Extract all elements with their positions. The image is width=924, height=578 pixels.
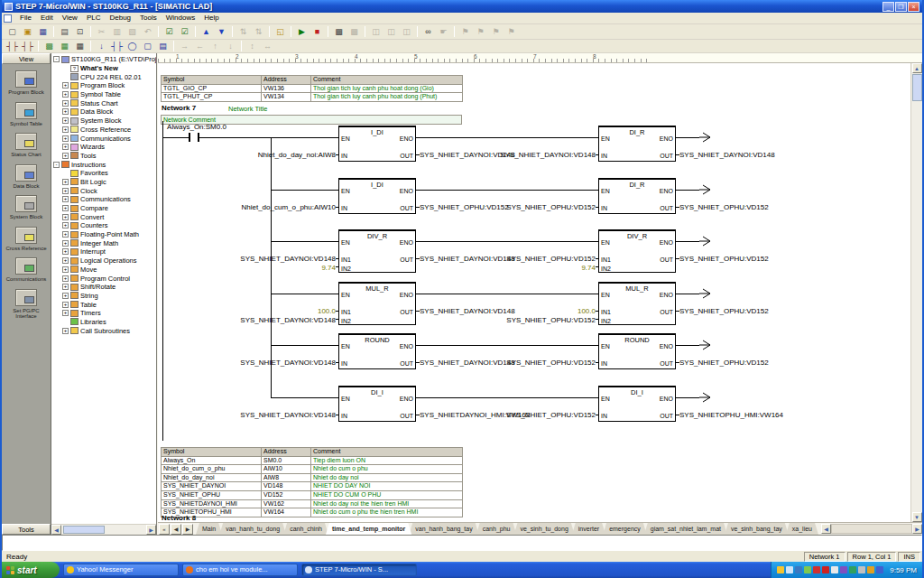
- tree-expander-icon[interactable]: +: [62, 82, 69, 89]
- tools-bar-header[interactable]: Tools: [2, 524, 51, 535]
- menu-debug[interactable]: Debug: [105, 13, 135, 23]
- menu-tools[interactable]: Tools: [135, 13, 162, 23]
- block-mul-r-left[interactable]: MUL_RENENOIN1OUTIN2: [338, 282, 416, 325]
- tab-scroll-first-icon[interactable]: «: [159, 524, 170, 535]
- block-mul-r-right[interactable]: MUL_RENENOIN1OUTIN2: [598, 282, 676, 325]
- tree-expander-icon[interactable]: +: [62, 108, 69, 115]
- start-button[interactable]: start: [2, 562, 60, 578]
- tree-item-call-subroutines[interactable]: +Call Subroutines: [53, 326, 156, 335]
- menu-plc[interactable]: PLC: [82, 13, 106, 23]
- new-file-icon[interactable]: ▢: [5, 25, 20, 38]
- tray-icon-scheduler[interactable]: [849, 566, 856, 573]
- tree-expander-icon[interactable]: +: [62, 91, 69, 98]
- tree-item-timers[interactable]: +Timers: [53, 309, 156, 318]
- scroll-right-icon[interactable]: ▶: [146, 525, 156, 535]
- tree-expander-icon[interactable]: +: [62, 231, 69, 238]
- tree-expander-icon[interactable]: +: [62, 214, 69, 220]
- tree-expander-icon[interactable]: +: [62, 117, 69, 124]
- restore-button[interactable]: ❐: [895, 2, 907, 12]
- program-status-icon[interactable]: ▩: [331, 25, 346, 38]
- menu-windows[interactable]: Windows: [162, 13, 199, 23]
- tree-expander-icon[interactable]: +: [62, 302, 69, 308]
- menu-help[interactable]: Help: [199, 13, 223, 23]
- tree-item-data-block[interactable]: +Data Block: [53, 107, 156, 117]
- scroll-left-icon[interactable]: ◀: [51, 525, 61, 535]
- network7-title[interactable]: Network Title: [228, 105, 267, 113]
- tree-expander-icon[interactable]: +: [62, 188, 69, 194]
- tab-xa_lieu[interactable]: xa_lieu: [786, 523, 818, 535]
- compile-icon[interactable]: ☑: [162, 25, 177, 38]
- tree-expander-icon[interactable]: +: [62, 144, 69, 150]
- tree-item-bit-logic[interactable]: +Bit Logic: [53, 178, 156, 187]
- tree-item-counters[interactable]: +Counters: [53, 221, 156, 230]
- tab-scroll-right-icon[interactable]: ▶: [912, 524, 922, 534]
- tab-inverter[interactable]: inverter: [572, 523, 605, 535]
- tree-item-floating-point-math[interactable]: +Floating-Point Math: [53, 230, 156, 239]
- print-preview-icon[interactable]: ⊡: [72, 25, 88, 38]
- block-round-left[interactable]: ROUNDENENOINOUT: [338, 333, 416, 369]
- tab-time_and_temp_monitor[interactable]: time_and_temp_monitor: [326, 523, 411, 535]
- tree-expander-icon[interactable]: +: [62, 248, 69, 255]
- tree-expander-icon[interactable]: +: [62, 126, 69, 133]
- open-file-icon[interactable]: ▣: [20, 25, 35, 38]
- tree-item-communications[interactable]: +Communications: [53, 134, 156, 143]
- tree-item-project[interactable]: -ST100KG_R11 (E:\VTD\Proj\DAT: [53, 55, 156, 64]
- save-icon[interactable]: ▦: [35, 25, 51, 38]
- close-button[interactable]: ×: [908, 2, 919, 12]
- tab-emergency[interactable]: emergency: [603, 523, 647, 535]
- tree-item-wizards[interactable]: +Wizards: [53, 143, 156, 152]
- block-div-r-left[interactable]: DIV_RENENOIN1OUTIN2: [338, 229, 416, 273]
- tree-expander-icon[interactable]: +: [62, 205, 69, 211]
- block-di-i-left[interactable]: DI_IENENOINOUT: [338, 386, 416, 422]
- options-icon[interactable]: ◱: [273, 25, 288, 38]
- tab-ve_sinh_bang_tay[interactable]: ve_sinh_bang_tay: [725, 523, 789, 535]
- tab-scroll-track[interactable]: [831, 524, 912, 534]
- tray-icon-misc[interactable]: [876, 566, 883, 573]
- tab-scroll-next-icon[interactable]: ▶: [182, 524, 193, 535]
- tree-expander-icon[interactable]: -: [53, 56, 60, 62]
- insert-contact-alt-icon[interactable]: ┤├: [20, 40, 35, 52]
- tree-item-table[interactable]: +Table: [53, 300, 156, 309]
- symbol-info-table-icon[interactable]: ▦: [57, 40, 72, 52]
- tree-expander-icon[interactable]: +: [62, 179, 69, 185]
- task-yahoo-messenger[interactable]: Yahoo! Messenger: [63, 564, 179, 576]
- view-item-program-block[interactable]: Program Block: [2, 70, 51, 96]
- menu-edit[interactable]: Edit: [36, 13, 58, 23]
- tray-icon-update[interactable]: [831, 566, 838, 573]
- tree-expander-icon[interactable]: +: [62, 328, 69, 334]
- tree-item-convert[interactable]: +Convert: [53, 212, 156, 221]
- view-item-set-pgpc-interface[interactable]: Set PG/PC Interface: [2, 289, 51, 320]
- minimize-button[interactable]: _: [882, 2, 894, 12]
- tree-scroll-thumb[interactable]: [63, 526, 105, 534]
- download-icon[interactable]: ▼: [214, 25, 229, 38]
- block-i-di-left[interactable]: I_DIENENOINOUT: [338, 178, 416, 214]
- editor-vertical-scrollbar[interactable]: ▲ ▼: [910, 63, 922, 522]
- view-item-status-chart[interactable]: Status Chart: [2, 133, 51, 158]
- view-item-symbol-table[interactable]: Symbol Table: [2, 102, 51, 127]
- tree-item-favorites[interactable]: Favorites: [53, 169, 156, 178]
- view-bar-header[interactable]: View: [2, 53, 51, 64]
- tree-item-move[interactable]: +Move: [53, 266, 156, 275]
- tree-item-program-block[interactable]: +Program Block: [53, 81, 156, 90]
- tree-item-whats-new[interactable]: ?What's New: [53, 64, 156, 73]
- tree-item-logical-operations[interactable]: +Logical Operations: [53, 256, 156, 266]
- tree-item-status-chart[interactable]: +Status Chart: [53, 98, 156, 107]
- tree-horizontal-scrollbar[interactable]: ◀ ▶: [51, 524, 156, 535]
- scroll-down-icon[interactable]: ▼: [912, 512, 922, 522]
- tree-item-integer-math[interactable]: +Integer Math: [53, 238, 156, 247]
- block-i-di-left[interactable]: I_DIENENOINOUT: [338, 126, 416, 162]
- view-item-cross-reference[interactable]: Cross Reference: [2, 227, 51, 252]
- block-di-i-right[interactable]: DI_IENENOINOUT: [598, 386, 676, 422]
- run-icon[interactable]: ▶: [294, 25, 310, 38]
- tab-giam_sat_nhiet_lam_mat[interactable]: giam_sat_nhiet_lam_mat: [644, 523, 727, 535]
- tree-expander-icon[interactable]: +: [62, 275, 69, 282]
- tree-item-cross-reference[interactable]: +Cross Reference: [53, 126, 156, 135]
- view-item-communications[interactable]: Communications: [2, 257, 51, 283]
- tab-horizontal-scrollbar[interactable]: ◀ ▶: [821, 523, 922, 535]
- upload-icon[interactable]: ▲: [199, 25, 214, 38]
- scroll-up-icon[interactable]: ▲: [912, 63, 922, 73]
- tray-icon-chat[interactable]: [840, 566, 847, 573]
- tree-item-libraries[interactable]: Libraries: [53, 318, 156, 327]
- tree-expander-icon[interactable]: +: [62, 284, 69, 290]
- tree-item-instructions[interactable]: -Instructions: [53, 160, 156, 169]
